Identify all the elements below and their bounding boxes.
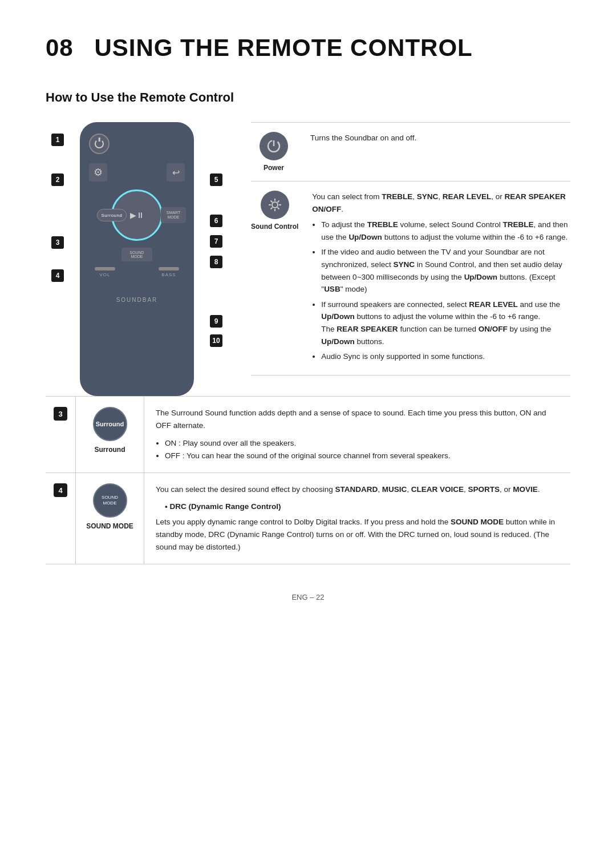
badge-1: 1 bbox=[51, 134, 64, 146]
surround-desc-cell: The Surround Sound function adds depth a… bbox=[144, 397, 570, 473]
callout-label-power: Power bbox=[264, 164, 284, 172]
callout-desc-sound-control: You can select from TREBLE, SYNC, REAR L… bbox=[312, 191, 570, 366]
badge-2: 2 bbox=[51, 173, 64, 186]
callout-label-sound-control: Sound Control bbox=[251, 223, 298, 231]
bottom-row-sound-mode: 4 SOUNDMODE SOUND MODE You can select th… bbox=[46, 473, 570, 564]
main-content: 1 2 3 4 5 6 7 8 9 10 bbox=[46, 122, 570, 396]
badge-7: 7 bbox=[210, 235, 222, 248]
vol-label: VOL bbox=[99, 272, 110, 277]
surround-desc-text: The Surround Sound function adds depth a… bbox=[156, 409, 546, 430]
vol-control: VOL bbox=[95, 267, 115, 290]
smart-mode-button[interactable]: SMARTMODE bbox=[161, 207, 186, 223]
sound-mode-num-cell: 4 bbox=[46, 473, 76, 564]
bass-label: BASS bbox=[161, 272, 176, 277]
svg-line-9 bbox=[277, 201, 279, 203]
soundbar-label: SOUNDBAR bbox=[89, 297, 185, 303]
surround-button[interactable]: Surround bbox=[97, 209, 127, 221]
sound-mode-icon-cell: SOUNDMODE SOUND MODE bbox=[76, 473, 144, 564]
callout-table: Power Turns the Soundbar on and off. bbox=[251, 122, 570, 396]
badge-5: 5 bbox=[210, 173, 222, 186]
sound-mode-icon-label: SOUND MODE bbox=[86, 522, 133, 530]
surround-num-cell: 3 bbox=[46, 397, 76, 473]
svg-line-8 bbox=[277, 208, 279, 209]
bass-slider[interactable] bbox=[159, 267, 179, 270]
dpad-area: ▶⏸ Surround SMARTMODE bbox=[89, 189, 185, 241]
svg-line-10 bbox=[270, 208, 272, 209]
bass-control: BASS bbox=[159, 267, 179, 290]
surround-icon-cell: Surround Surround bbox=[76, 397, 144, 473]
sound-control-icon-circle bbox=[261, 191, 289, 219]
bottom-row-surround: 3 Surround Surround The Surround Sound f… bbox=[46, 397, 570, 473]
remote-wrapper: 1 2 3 4 5 6 7 8 9 10 bbox=[57, 122, 217, 396]
return-button[interactable]: ↩ bbox=[167, 163, 185, 181]
sound-mode-desc-cell: You can select the desired sound effect … bbox=[144, 473, 570, 564]
surround-bullet-2: OFF : You can hear the sound of the orig… bbox=[165, 450, 559, 462]
gear-svg-icon bbox=[267, 197, 283, 213]
callout-icon-power: Power bbox=[251, 132, 297, 172]
remote-body: ⚙ ↩ ▶⏸ Surround SMARTMODE bbox=[80, 122, 194, 396]
badge-3: 3 bbox=[51, 236, 64, 249]
svg-line-7 bbox=[270, 201, 272, 203]
badge-9: 9 bbox=[210, 315, 222, 328]
power-svg-icon bbox=[266, 138, 282, 154]
sound-mode-icon-button[interactable]: SOUNDMODE bbox=[93, 483, 127, 518]
drc-heading: • DRC (Dynamic Range Control) bbox=[165, 500, 559, 513]
remote-top-row bbox=[89, 134, 185, 154]
callout-row-power: Power Turns the Soundbar on and off. bbox=[251, 123, 570, 181]
remote-mid-row: ⚙ ↩ bbox=[89, 163, 185, 181]
badge-6: 6 bbox=[210, 215, 222, 227]
badge-4: 4 bbox=[51, 269, 64, 282]
page-number: ENG – 22 bbox=[46, 593, 570, 601]
surround-bullet-1: ON : Play sound over all the speakers. bbox=[165, 437, 559, 450]
power-button[interactable] bbox=[89, 134, 110, 154]
remote-container: 1 2 3 4 5 6 7 8 9 10 bbox=[46, 122, 228, 396]
gear-button[interactable]: ⚙ bbox=[89, 163, 107, 181]
callout-icon-sound-control: Sound Control bbox=[251, 191, 298, 231]
surround-icon-button[interactable]: Surround bbox=[93, 407, 127, 441]
drc-desc: Lets you apply dynamic range control to … bbox=[156, 516, 559, 554]
badge-8: 8 bbox=[210, 256, 222, 268]
bottom-table: 3 Surround Surround The Surround Sound f… bbox=[46, 396, 570, 564]
svg-point-2 bbox=[272, 202, 278, 208]
sound-mode-badge: 4 bbox=[54, 483, 67, 497]
power-symbol-icon bbox=[95, 139, 104, 148]
callout-row-sound-control: Sound Control You can select from TREBLE… bbox=[251, 181, 570, 375]
page-title: 08 USING THE REMOTE CONTROL bbox=[46, 34, 570, 62]
surround-icon-label: Surround bbox=[95, 446, 125, 454]
surround-badge: 3 bbox=[54, 407, 67, 421]
dpad-ring[interactable]: ▶⏸ Surround SMARTMODE bbox=[111, 189, 163, 241]
badge-10: 10 bbox=[210, 334, 222, 347]
dpad-center[interactable]: ▶⏸ bbox=[127, 205, 147, 225]
callout-desc-power: Turns the Soundbar on and off. bbox=[310, 132, 570, 144]
section-title: How to Use the Remote Control bbox=[46, 90, 570, 105]
power-icon-circle bbox=[260, 132, 288, 160]
vol-slider[interactable] bbox=[95, 267, 115, 270]
sound-mode-button[interactable]: SOUNDMODE bbox=[121, 248, 152, 261]
